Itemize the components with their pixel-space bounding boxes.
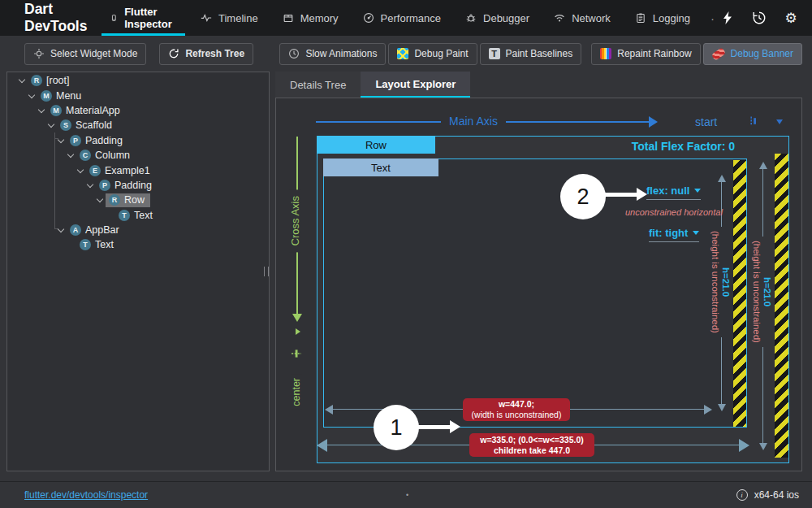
main-axis-alignment-value[interactable]: start (695, 115, 717, 128)
chevron-down-icon[interactable] (94, 194, 106, 206)
tab-performance[interactable]: Performance (351, 0, 453, 36)
chevron-down-icon[interactable] (84, 180, 96, 191)
chevron-down-icon[interactable] (75, 165, 86, 176)
widget-badge: M (50, 105, 62, 116)
chevron-down-icon[interactable] (45, 119, 57, 131)
gear-icon: ⚙ (784, 11, 797, 25)
button-label: Refresh Tree (185, 48, 244, 59)
tree-item-label: MaterialApp (66, 105, 120, 116)
speedometer-icon (363, 12, 374, 24)
hot-reload-button[interactable] (718, 8, 737, 28)
badge-line: (width is unconstrained) (466, 410, 567, 420)
row-width-badge: w=335.0; (0.0<=w<=335.0) children take 4… (469, 433, 594, 457)
topbar: Dart DevTools Flutter Inspector Timeline… (0, 0, 812, 36)
tree-item-label: [root] (46, 75, 70, 86)
tree-item-text-2[interactable]: T Text (7, 237, 269, 252)
debug-banner-button[interactable]: Debug Banner (703, 43, 802, 65)
row-height-value: h=21.0 (762, 277, 772, 306)
tree-item-root[interactable]: R [root] (7, 73, 269, 88)
tree-item-text[interactable]: T Text (7, 208, 269, 223)
tree-item-appbar[interactable]: A AppBar (7, 223, 269, 237)
flex-dropdown[interactable]: flex: null (646, 185, 701, 200)
flex-note: unconstrained horizontal (625, 207, 723, 217)
text-unconstrained-hazard-stripe (733, 160, 746, 427)
tree-item-column[interactable]: C Column (7, 148, 269, 163)
widget-badge: C (80, 150, 91, 161)
chevron-down-icon[interactable] (55, 224, 67, 236)
row-height-note: (height is unconstrained) (752, 241, 762, 343)
debug-paint-button[interactable]: Debug Paint (388, 43, 477, 65)
tree-actions-group: Select Widget Mode Refresh Tree (24, 43, 253, 65)
tab-label: Memory (300, 12, 339, 24)
badge-line: w=447.0; (466, 399, 567, 410)
select-widget-mode-button[interactable]: Select Widget Mode (24, 43, 146, 65)
refresh-icon (168, 48, 179, 59)
devtools-docs-link[interactable]: flutter.dev/devtools/inspector (24, 489, 148, 501)
tree-item-label: AppBar (85, 224, 119, 236)
tab-label: Timeline (218, 12, 258, 24)
topbar-tabs: Flutter Inspector Timeline Memory Perfor… (98, 0, 702, 36)
info-icon[interactable]: i (736, 489, 748, 501)
inspector-toolbar: Select Widget Mode Refresh Tree Slow Ani… (0, 36, 812, 72)
text-widget-tab[interactable]: Text (323, 158, 438, 176)
tree-item-scaffold[interactable]: S Scaffold (7, 118, 269, 132)
fit-dropdown[interactable]: fit: tight (649, 227, 699, 242)
main-axis-alignment-icon[interactable] (747, 115, 760, 128)
details-panel-tabs: Details Tree Layout Explorer (275, 72, 802, 98)
tree-item-label: Text (95, 239, 114, 250)
history-button[interactable] (749, 8, 769, 28)
button-label: Paint Baselines (506, 48, 573, 59)
tree-item-menu[interactable]: M Menu (7, 88, 269, 102)
tab-flutter-inspector[interactable]: Flutter Inspector (98, 0, 188, 36)
row-width-arrowhead-right (739, 439, 749, 452)
tree-item-label: Menu (56, 90, 81, 102)
row-widget-tab[interactable]: Row (317, 136, 435, 154)
tree-connector-line (54, 132, 55, 229)
settings-button[interactable]: ⚙ (781, 8, 801, 28)
panel-resize-handle[interactable] (264, 267, 269, 276)
overflow-dot: · (710, 11, 715, 25)
refresh-tree-button[interactable]: Refresh Tree (159, 43, 253, 65)
chevron-down-icon[interactable] (16, 75, 28, 86)
tab-memory[interactable]: Memory (270, 0, 351, 36)
row-height-arrowhead-up (759, 162, 767, 169)
tab-network[interactable]: Network (542, 0, 623, 36)
badge-line: children take 447.0 (473, 445, 591, 456)
paint-baselines-button[interactable]: T Paint Baselines (480, 43, 582, 65)
row-height-arrowhead-down (759, 443, 767, 450)
text-width-arrowhead-right (704, 405, 712, 415)
tree-item-padding-2[interactable]: P Padding (7, 178, 269, 193)
widget-badge: T (80, 239, 91, 250)
widget-badge: M (41, 90, 52, 102)
cross-axis-dropdown-icon[interactable] (296, 328, 300, 335)
cross-axis-alignment-value[interactable]: center (291, 375, 302, 410)
tab-timeline[interactable]: Timeline (188, 0, 270, 36)
tree-item-materialapp[interactable]: M MaterialApp (7, 103, 269, 118)
tree-item-row-selected[interactable]: R Row (7, 193, 269, 207)
network-signal-icon (554, 12, 565, 24)
slow-animations-button[interactable]: Slow Animations (279, 43, 386, 65)
button-label: Slow Animations (305, 48, 377, 59)
tree-item-example1[interactable]: E Example1 (7, 163, 269, 177)
tab-debugger[interactable]: Debugger (453, 0, 542, 36)
selected-row-highlight: R Row (106, 193, 150, 207)
chevron-down-icon[interactable] (36, 105, 47, 116)
tree-item-padding[interactable]: P Padding (7, 133, 269, 148)
widget-badge: A (70, 224, 81, 236)
debug-toggles-group: Slow Animations Debug Paint T Paint Base… (279, 43, 581, 65)
button-label: Debug Paint (414, 48, 468, 59)
chevron-down-icon[interactable] (26, 90, 37, 102)
cross-axis-alignment-icon[interactable] (290, 347, 303, 360)
tab-details-tree[interactable]: Details Tree (275, 72, 361, 98)
clock-icon (288, 48, 300, 59)
main-axis-dropdown-icon[interactable] (776, 119, 783, 124)
widget-badge: P (99, 180, 110, 191)
tab-layout-explorer[interactable]: Layout Explorer (361, 72, 470, 98)
tab-logging[interactable]: Logging (623, 0, 702, 36)
layout-explorer-canvas: Main Axis start Row Total Flex Factor: 0… (276, 98, 801, 471)
repaint-rainbow-button[interactable]: Repaint Rainbow (591, 43, 700, 65)
chevron-down-icon[interactable] (55, 135, 67, 146)
callout-2-arrow (604, 193, 637, 197)
tree-item-label: Padding (85, 135, 123, 146)
chevron-down-icon[interactable] (65, 150, 76, 161)
